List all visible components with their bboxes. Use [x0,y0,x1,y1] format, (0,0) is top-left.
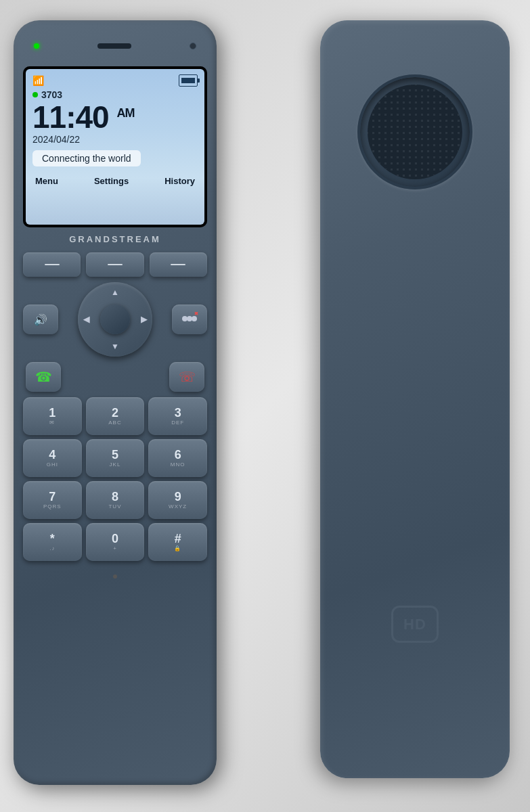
softkey-line [45,264,60,265]
conference-icon [180,312,199,327]
key-star-main: * [50,533,55,545]
nav-function-row: 🔊 ▲ ▼ ◀ ▶ [23,282,207,357]
key-5-main: 5 [112,449,118,461]
key-2-main: 2 [112,407,118,419]
end-call-icon: ☏ [179,369,196,385]
hd-badge-text: HD [403,616,426,633]
key-0-sub: + [113,545,117,551]
phone-back-inner: HD [320,20,510,778]
svg-point-1 [187,316,192,321]
key-4-main: 4 [49,449,56,461]
numeric-keypad: 1 ✉ 2 ABC 3 DEF 4 GHI 5 JKL [23,397,207,561]
time-value: 11:40 [32,99,109,135]
key-8-sub: TUV [108,503,121,510]
wifi-icon: 📶 [32,75,44,86]
earpiece [97,43,131,49]
call-icon: ☎ [35,369,52,385]
key-9-sub: WXYZ [169,503,187,510]
key-1-sub: ✉ [49,420,55,426]
dpad-down-arrow[interactable]: ▼ [111,342,119,351]
phone-top-bar [14,20,217,61]
key-7[interactable]: 7 PQRS [23,481,82,519]
dpad-left-arrow[interactable]: ◀ [83,315,89,324]
key-star[interactable]: * .♪ [23,523,82,561]
softkey-line [171,264,185,265]
screen-softkey-left[interactable]: Menu [35,176,58,186]
microphone [113,574,117,579]
key-9[interactable]: 9 WXYZ [148,481,207,519]
tagline-badge: Connecting the world [32,150,141,166]
phone-front: 📶 3703 11:40 AM 2024/04/22 [14,20,217,785]
ampm-label: AM [116,106,134,120]
speaker-button[interactable]: 🔊 [23,304,58,334]
battery-fill [181,78,195,83]
key-8[interactable]: 8 TUV [86,481,145,519]
key-1[interactable]: 1 ✉ [23,397,82,435]
time-display: 11:40 AM [32,102,198,133]
dpad-right-arrow[interactable]: ▶ [141,315,147,324]
speaker-grille [357,74,472,189]
keypad: 🔊 ▲ ▼ ◀ ▶ [14,247,217,568]
dpad-up-arrow[interactable]: ▲ [111,288,119,297]
brand-label: GRANDSTREAM [14,231,217,247]
key-6[interactable]: 6 MNO [148,439,207,477]
speaker-icon: 🔊 [34,313,47,326]
screen: 📶 3703 11:40 AM 2024/04/22 [26,69,204,225]
dpad-center-button[interactable] [100,304,130,334]
call-row: ☎ ☏ [23,362,207,392]
key-star-sub: .♪ [49,545,55,551]
key-6-sub: MNO [171,461,185,468]
dpad[interactable]: ▲ ▼ ◀ ▶ [78,282,152,357]
key-8-main: 8 [112,491,118,503]
svg-point-0 [182,316,187,321]
key-hash[interactable]: # 🔒 [148,523,207,561]
key-3-sub: DEF [171,420,184,426]
svg-point-2 [192,316,197,321]
key-0-main: 0 [112,533,118,545]
key-4-sub: GHI [47,461,58,468]
extension-dot [32,92,38,97]
key-0[interactable]: 0 + [86,523,145,561]
key-5-sub: JKL [110,461,121,468]
key-9-main: 9 [175,491,181,503]
phone-back: HD [320,20,510,778]
date-display: 2024/04/22 [32,134,198,145]
extension-row: 3703 [32,89,198,100]
screen-softkey-right[interactable]: History [164,176,195,186]
key-7-main: 7 [49,491,56,503]
status-bar: 📶 [32,74,198,87]
screen-softkey-bar: Menu Settings History [32,173,198,186]
key-1-main: 1 [49,407,56,419]
scene: HD 📶 3703 [0,0,530,812]
conference-mute-button[interactable] [172,304,207,334]
softkey-buttons-row [23,252,207,277]
hd-badge: HD [391,606,439,643]
key-3-main: 3 [175,407,181,419]
led-indicator [34,43,39,49]
screen-bezel: 📶 3703 11:40 AM 2024/04/22 [23,66,207,227]
softkey-center-button[interactable] [86,252,143,277]
key-hash-main: # [175,533,181,545]
battery-icon [179,74,198,87]
key-hash-sub: 🔒 [174,545,181,551]
key-2[interactable]: 2 ABC [86,397,145,435]
call-button[interactable]: ☎ [26,362,61,392]
key-4[interactable]: 4 GHI [23,439,82,477]
screen-softkey-center[interactable]: Settings [94,176,129,186]
softkey-left-button[interactable] [23,252,81,277]
key-3[interactable]: 3 DEF [148,397,207,435]
key-2-sub: ABC [108,420,121,426]
speaker-dots [368,85,462,179]
key-6-main: 6 [175,449,181,461]
key-5[interactable]: 5 JKL [86,439,145,477]
extension-number: 3703 [41,89,62,100]
softkey-line [108,264,123,265]
key-7-sub: PQRS [43,503,62,510]
end-call-button[interactable]: ☏ [169,362,204,392]
softkey-right-button[interactable] [150,252,207,277]
camera [190,43,196,49]
